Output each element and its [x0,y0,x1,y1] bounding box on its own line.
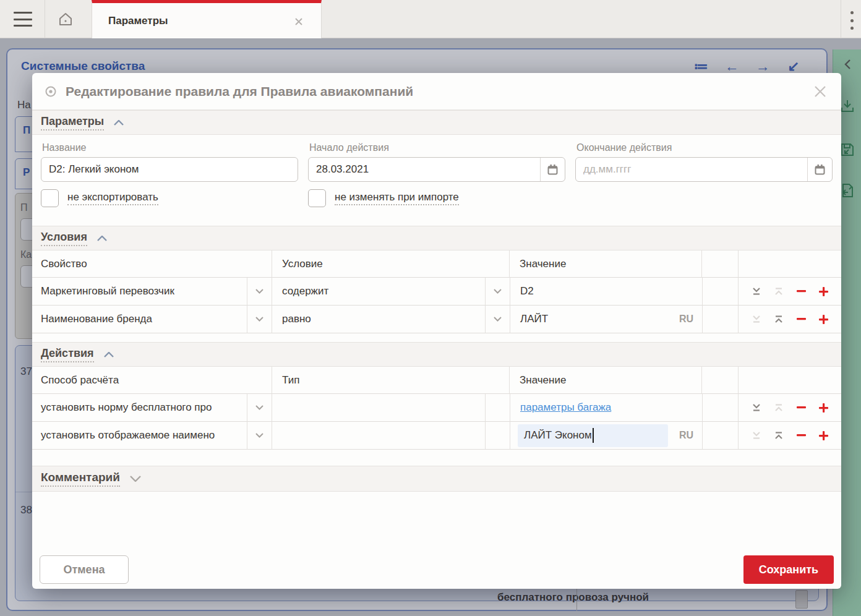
condition-operator-cell[interactable]: равно [272,306,485,333]
tab-label: Параметры [108,15,168,27]
end-date-label: Окончание действия [576,142,833,153]
spare-cell [702,278,739,306]
action-value-cell[interactable]: параметры багажа [510,394,702,422]
spare-cell [702,394,739,422]
move-down-icon[interactable] [751,430,762,440]
section-parameters-title[interactable]: Параметры [41,115,104,130]
tab-parameters[interactable]: Параметры [92,0,322,38]
action-value: ЛАЙТ Эконом [524,429,592,442]
remove-row-icon[interactable] [795,314,807,324]
column-header: Тип [272,367,510,394]
dropdown-button[interactable] [247,422,272,450]
calendar-icon [547,164,559,176]
lang-badge: RU [679,430,693,441]
home-icon [58,11,74,27]
condition-operator-cell[interactable]: содержит [272,278,485,306]
start-date-label: Начало действия [309,142,565,153]
section-conditions-title[interactable]: Условия [41,231,87,246]
condition-property-cell[interactable]: Маркетинговый перевозчик [32,278,247,306]
remove-row-icon[interactable] [795,286,807,296]
chevron-down-icon [255,317,263,322]
action-type-cell[interactable] [272,422,485,450]
dropdown-button[interactable] [247,278,272,306]
chevron-up-icon[interactable] [97,236,107,241]
top-bar: Параметры [0,0,861,38]
column-header-spare [702,367,739,394]
dialog-close-icon[interactable] [812,83,829,100]
remove-row-icon[interactable] [795,403,807,413]
save-button[interactable]: Сохранить [743,555,834,584]
kebab-menu-icon[interactable] [849,11,855,30]
name-input[interactable] [41,158,298,181]
row-actions [739,306,841,333]
condition-value: D2 [520,285,534,297]
no-export-checkbox[interactable] [41,189,59,207]
column-header: Свойство [32,250,272,278]
chevron-up-icon[interactable] [104,352,114,357]
conditions-table: Свойство Условие Значение Маркетинговый … [32,250,841,333]
move-up-icon[interactable] [773,403,784,413]
action-value-cell[interactable]: ЛАЙТ Эконом RU [510,422,702,450]
column-header: Значение [510,367,702,394]
hamburger-menu-icon[interactable] [14,12,32,27]
lang-badge: RU [679,314,693,325]
add-row-icon[interactable] [818,430,829,440]
value-edit-field[interactable]: ЛАЙТ Эконом [518,424,668,447]
move-down-icon[interactable] [751,314,762,324]
end-date-input[interactable] [576,158,807,181]
remove-row-icon[interactable] [795,430,807,440]
calendar-button[interactable] [807,158,832,181]
parameters-form: Название Начало действия [32,135,841,226]
chevron-down-icon [255,289,263,294]
move-up-icon[interactable] [773,314,784,324]
action-method-cell[interactable]: установить норму бесплатного про [32,394,247,422]
rule-icon [45,85,57,98]
condition-value-cell[interactable]: D2 [510,278,702,306]
home-button[interactable] [53,9,78,30]
baggage-params-link[interactable]: параметры багажа [520,401,611,414]
move-down-icon[interactable] [751,286,762,296]
topbar-divider [841,0,841,38]
condition-value-cell[interactable]: ЛАЙТ RU [510,306,702,333]
section-actions-title[interactable]: Действия [41,347,94,362]
start-date-input[interactable] [309,158,540,181]
dropdown-button[interactable] [247,394,272,422]
calendar-button[interactable] [540,158,565,181]
no-import-change-label[interactable]: не изменять при импорте [335,191,459,205]
add-row-icon[interactable] [818,403,829,413]
dialog-header: Редактирование правила для Правила авиак… [32,73,841,110]
spare-cell [702,422,739,450]
name-field-label: Название [42,142,298,153]
chevron-down-icon[interactable] [130,476,141,482]
column-header: Способ расчёта [32,367,272,394]
action-type-cell[interactable] [272,394,485,422]
empty-subcell [485,422,510,450]
column-header-actions [739,250,841,278]
no-export-label[interactable]: не экспортировать [67,191,158,205]
add-row-icon[interactable] [818,314,829,324]
move-up-icon[interactable] [773,430,784,440]
chevron-up-icon[interactable] [114,120,124,126]
action-method-cell[interactable]: установить отображаемое наимено [32,422,247,450]
section-comment: Комментарий [32,466,841,492]
dialog-title: Редактирование правила для Правила авиак… [66,84,413,99]
empty-subcell [485,394,510,422]
actions-table: Способ расчёта Тип Значение установить н… [32,367,841,450]
dropdown-button[interactable] [485,306,510,333]
section-conditions: Условия [32,226,841,250]
add-row-icon[interactable] [818,286,829,296]
move-up-icon[interactable] [773,286,784,296]
condition-property-cell[interactable]: Наименование бренда [32,306,247,333]
topbar-divider [45,0,45,38]
no-import-change-checkbox[interactable] [308,189,326,207]
condition-value: ЛАЙТ [520,313,548,325]
row-actions [739,422,841,450]
dropdown-button[interactable] [247,306,272,333]
cancel-button[interactable]: Отмена [40,555,129,584]
move-down-icon[interactable] [751,403,762,413]
tab-close-icon[interactable] [294,17,304,27]
column-header: Условие [272,250,510,278]
dropdown-button[interactable] [485,278,510,306]
chevron-down-icon [494,289,502,294]
section-comment-title[interactable]: Комментарий [41,471,120,487]
